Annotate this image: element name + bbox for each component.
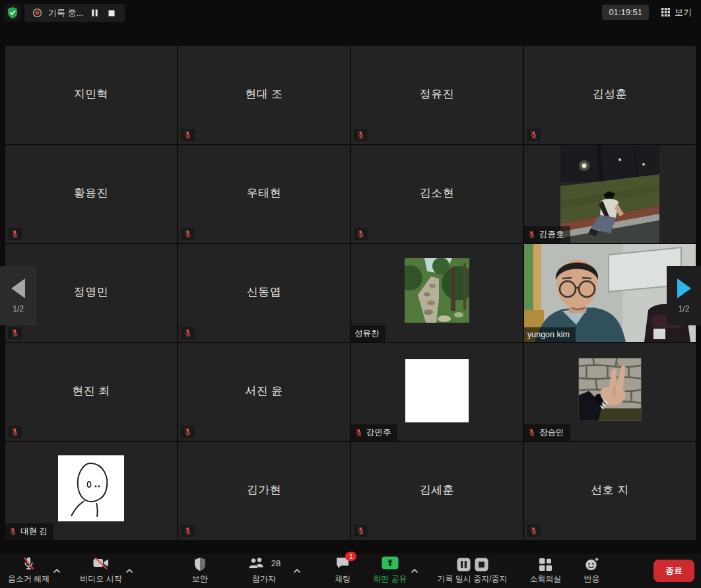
participant-name-label: yungon kim xyxy=(524,327,576,342)
unmute-label: 음소거 해제 xyxy=(8,573,50,585)
participant-name-label: 성유찬 xyxy=(351,325,385,342)
video-options-chevron[interactable] xyxy=(123,568,135,573)
security-button[interactable]: 보안 xyxy=(191,554,209,588)
participant-tile[interactable]: 김세훈 xyxy=(351,442,523,540)
recording-control-label: 기록 일시 중지/중지 xyxy=(438,573,508,585)
participant-tile[interactable]: 김소현 xyxy=(351,145,523,243)
record-dot-icon xyxy=(32,8,42,18)
participant-tile[interactable]: 현진 최 xyxy=(5,343,177,441)
participant-name: 대현 김 xyxy=(20,526,48,537)
meeting-timer: 01:19:51 xyxy=(602,5,649,20)
chat-button[interactable]: 1 채팅 xyxy=(333,554,352,588)
participants-icon xyxy=(248,556,266,570)
participant-tile[interactable]: 서진 윤 xyxy=(178,343,350,441)
meeting-security-button[interactable] xyxy=(4,4,21,21)
next-page-button[interactable]: 1/2 xyxy=(667,266,701,325)
chevron-left-icon xyxy=(11,278,25,298)
participant-tile[interactable]: 김가현 xyxy=(178,442,350,540)
participant-video xyxy=(560,145,659,243)
participant-name: 강민주 xyxy=(366,427,391,438)
shield-check-icon xyxy=(6,6,19,19)
top-bar: 기록 중... 01:19:51 xyxy=(0,0,701,26)
participant-video xyxy=(579,358,642,421)
participant-tile[interactable]: 선호 지 xyxy=(524,442,696,540)
participant-video xyxy=(58,455,124,521)
participant-video xyxy=(405,258,469,323)
zoom-meeting-window: 기록 중... 01:19:51 xyxy=(0,0,701,588)
muted-mic-icon xyxy=(184,329,192,337)
muted-camera-toolbar-icon xyxy=(92,556,110,570)
muted-mic-icon xyxy=(11,329,19,337)
participant-tile[interactable]: 지민혁 xyxy=(5,46,177,144)
participant-tile[interactable]: 현대 조 xyxy=(178,46,350,144)
muted-mic-icon xyxy=(527,230,536,239)
breakout-rooms-icon xyxy=(539,558,552,572)
chevron-right-icon xyxy=(677,278,691,298)
participants-button[interactable]: 28 참가자 xyxy=(246,551,282,588)
participant-name: 김가현 xyxy=(178,482,350,498)
participant-name: 현대 조 xyxy=(178,86,350,102)
recording-pause-stop-button[interactable]: 기록 일시 중지/중지 xyxy=(436,554,509,588)
participant-tile[interactable]: 성유찬 xyxy=(351,244,523,342)
chevron-up-icon xyxy=(125,568,133,573)
mic-options-chevron[interactable] xyxy=(51,568,63,573)
participant-tile[interactable]: 김종호 xyxy=(524,145,696,243)
recording-pause-button[interactable] xyxy=(89,7,100,18)
participant-name: 김소현 xyxy=(351,185,523,201)
participant-tile[interactable]: 강민주 xyxy=(351,343,523,441)
share-screen-icon xyxy=(382,556,399,570)
muted-mic-icon xyxy=(356,527,365,535)
participant-name: 신동엽 xyxy=(178,284,350,300)
muted-mic-icon xyxy=(527,428,536,437)
participant-tile[interactable]: 신동엽 xyxy=(178,244,350,342)
participant-name: 우태현 xyxy=(178,185,350,201)
participant-tile[interactable]: 김성훈 xyxy=(524,46,696,144)
meeting-toolbar: 음소거 해제 비디오 시작 xyxy=(0,554,701,588)
muted-mic-icon xyxy=(529,527,538,535)
participant-name: 지민혁 xyxy=(5,86,177,102)
participant-name: 서진 윤 xyxy=(178,383,350,399)
breakout-rooms-label: 소회의실 xyxy=(530,573,562,585)
end-meeting-button[interactable]: 종료 xyxy=(653,560,694,582)
participant-name-label: 김종호 xyxy=(524,226,570,243)
muted-mic-icon xyxy=(11,428,19,436)
share-options-chevron[interactable] xyxy=(409,568,420,573)
page-indicator: 1/2 xyxy=(13,304,24,313)
participant-tile[interactable]: 황용진 xyxy=(5,145,177,243)
unmute-button[interactable]: 음소거 해제 xyxy=(7,551,51,588)
participant-video xyxy=(405,359,469,422)
reactions-button[interactable]: 반응 xyxy=(583,554,601,588)
muted-mic-icon xyxy=(184,230,192,238)
page-indicator: 1/2 xyxy=(679,304,690,313)
stop-recording-icon xyxy=(475,558,488,572)
prev-page-button[interactable]: 1/2 xyxy=(0,266,36,325)
top-bar-right: 01:19:51 보기 xyxy=(602,5,696,20)
muted-mic-icon xyxy=(529,131,538,139)
pause-icon xyxy=(90,9,99,17)
participant-name: 장승민 xyxy=(539,427,564,438)
participant-tile[interactable]: 정유진 xyxy=(351,46,523,144)
share-screen-button[interactable]: 화면 공유 xyxy=(372,551,408,588)
muted-mic-icon xyxy=(9,527,17,536)
reactions-label: 반응 xyxy=(584,573,600,585)
chevron-up-icon xyxy=(411,568,418,573)
participant-name: 김세훈 xyxy=(351,482,523,498)
participants-options-chevron[interactable] xyxy=(291,568,303,573)
start-video-button[interactable]: 비디오 시작 xyxy=(79,551,123,588)
participant-tile[interactable]: 대현 김 xyxy=(5,442,177,540)
security-label: 보안 xyxy=(192,573,208,585)
participant-tile[interactable]: 우태현 xyxy=(178,145,350,243)
recording-status-text: 기록 중... xyxy=(48,7,83,19)
muted-mic-icon xyxy=(354,428,363,437)
chat-label: 채팅 xyxy=(335,573,350,585)
security-shield-icon xyxy=(193,557,207,572)
participant-tile[interactable]: 장승민 xyxy=(524,343,696,441)
participant-name: 선호 지 xyxy=(524,482,696,498)
participant-name: 정유진 xyxy=(351,86,523,102)
reactions-smiley-icon xyxy=(584,557,599,572)
view-button[interactable]: 보기 xyxy=(657,6,696,19)
recording-stop-button[interactable] xyxy=(106,8,117,18)
breakout-rooms-button[interactable]: 소회의실 xyxy=(529,554,563,588)
participants-label: 참가자 xyxy=(252,573,276,585)
pause-recording-icon xyxy=(457,558,471,572)
